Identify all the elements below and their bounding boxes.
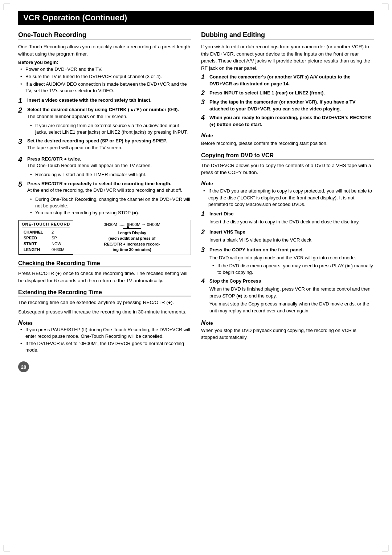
dub-step-3: 3 Play the tape in the camcorder (or ano… [201,99,374,113]
step-num-2: 2 [18,106,25,114]
dubbing-intro: If you wish to edit or dub recordings fr… [201,43,374,72]
notes-block: Notes If you press PAUSE/STEP (II) durin… [18,319,191,354]
page-number: 28 [18,361,29,372]
dub-step-num-4: 4 [201,114,208,121]
section-dubbing: Dubbing and Editing If you wish to edit … [201,31,374,147]
checking-text: Press REC/OTR (●) once to check the reco… [18,270,191,284]
copy-step-num-3: 3 [201,247,208,253]
otr-header: ONE-TOUCH RECORD [22,222,70,227]
dub-step-num-1: 1 [201,74,208,80]
step-1: 1 Insert a video cassette with the recor… [18,97,191,104]
corner-mark-tl [4,4,10,10]
list-item: If the DVD disc menu appears, you may ne… [212,263,374,276]
list-item: If the DVD you are attempting to copy is… [203,188,374,208]
section-checking: Checking the Recording Time Press REC/OT… [18,260,191,284]
section-copying: Copying from DVD to VCR The DVD+VCR allo… [201,152,374,341]
extending-text2: Subsequent presses will increase the rec… [18,308,191,316]
list-item: Be sure the TV is tuned to the DVD+VCR o… [20,73,191,80]
corner-mark-bl [4,545,10,551]
otr-table: CHANNEL2 SPEEDSP STARTNOW LENGTH0H30M [22,229,70,253]
section-title-copying: Copying from DVD to VCR [201,152,374,159]
step-3: 3 Set the desired recording speed (SP or… [18,138,191,154]
right-column: Dubbing and Editing If you wish to edit … [201,31,374,372]
copy-step-4: 4 Stop the Copy Process When the DVD is … [201,278,374,315]
list-item: You can stop the recording by pressing S… [30,210,191,216]
dub-step-1: 1 Connect the camcorder's (or another VC… [201,74,374,88]
step-num-1: 1 [18,97,25,104]
otr-right-panel: 0H30M ...... 9H00M → 0H00M ▲ Length Disp… [73,220,191,255]
copying-note1: Note If the DVD you are attempting to co… [201,179,374,208]
section-extending: Extending the Recording Time The recordi… [18,289,191,315]
section-title-dubbing: Dubbing and Editing [201,31,374,40]
extending-text1: The recording time can be extended anyti… [18,299,191,306]
section-title-checking: Checking the Recording Time [18,260,191,267]
section-title-one-touch: One-Touch Recording [18,31,191,40]
list-item: If the DVD+VCR is set to "0H00M", the DV… [20,340,191,353]
dub-step-4: 4 When you are ready to begin recording,… [201,114,374,128]
before-begin-list: Power on the DVD+VCR and the TV. Be sure… [20,66,191,94]
dub-step-num-3: 3 [201,99,208,105]
dubbing-note: Note Before recording, please confirm th… [201,131,374,147]
step-2: 2 Select the desired channel by using CH… [18,106,191,135]
step-4: 4 Press REC/OTR ● twice. The One-Touch R… [18,156,191,178]
otr-display-box: ONE-TOUCH RECORD CHANNEL2 SPEEDSP STARTN… [18,220,191,255]
corner-mark-tr [382,4,388,10]
dub-step-2: 2 Press INPUT to select LINE 1 (rear) or… [201,90,374,97]
copy-step-num-1: 1 [201,211,208,217]
copy-step-1: 1 Insert Disc Insert the disc you wish t… [201,211,374,227]
otr-right-label: Length Display (each additional press of… [104,230,160,253]
step-num-3: 3 [18,138,25,145]
main-title: VCR Operation (Continued) [18,11,374,25]
list-item: If you are recording from an external so… [30,122,191,135]
list-item: If you press PAUSE/STEP (II) during One-… [20,327,191,340]
step-num-4: 4 [18,156,25,163]
before-begin-label: Before you begin: [18,60,191,65]
otr-timeline: 0H30M ...... 9H00M → 0H00M [103,222,160,227]
otr-left-panel: ONE-TOUCH RECORD CHANNEL2 SPEEDSP STARTN… [19,220,73,255]
section-one-touch: One-Touch Recording One-Touch Recording … [18,31,191,255]
dub-step-num-2: 2 [201,90,208,96]
step-num-5: 5 [18,181,25,188]
left-column: One-Touch Recording One-Touch Recording … [18,31,191,372]
list-item: If a direct AUDIO/VIDEO connection is ma… [20,81,191,94]
notes-title: Notes [18,319,191,327]
copy-step-3: 3 Press the COPY button on the front pan… [201,247,374,276]
copy-step-num-4: 4 [201,278,208,284]
copy-step-2: 2 Insert VHS Tape Insert a blank VHS vid… [201,229,374,245]
list-item: Recording will start and the TIMER indic… [30,171,191,178]
list-item: Power on the DVD+VCR and the TV. [20,66,191,73]
section-title-extending: Extending the Recording Time [18,289,191,296]
step-5: 5 Press REC/OTR ● repeatedly to select t… [18,181,191,216]
copying-intro: The DVD+VCR allows you to copy the conte… [201,162,374,176]
copying-note2: Note When you stop the DVD playback duri… [201,319,374,341]
copy-step-num-2: 2 [201,229,208,235]
one-touch-intro: One-Touch Recording allows you to quickl… [18,43,191,57]
list-item: During One-Touch Recording, changing the… [30,196,191,209]
corner-mark-br [382,545,388,551]
